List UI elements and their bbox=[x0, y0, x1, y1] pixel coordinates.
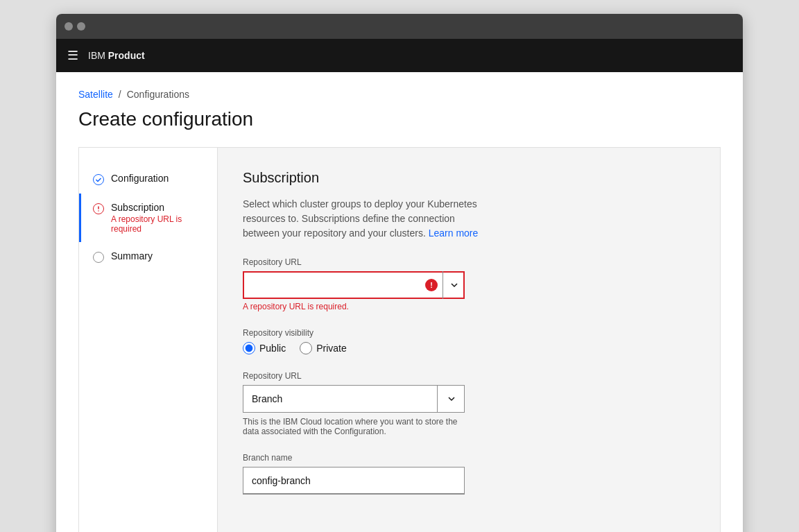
branch-name-label: Branch name bbox=[243, 453, 695, 463]
pending-circle-icon bbox=[93, 252, 104, 263]
browser-dot-2 bbox=[77, 22, 85, 31]
visibility-radio-group: Public Private bbox=[243, 342, 695, 354]
progress-item-subscription[interactable]: Subscription A repository URL is require… bbox=[79, 194, 217, 242]
progress-label-configuration: Configuration bbox=[111, 173, 203, 184]
logo-regular: IBM bbox=[88, 50, 108, 61]
private-radio-input[interactable] bbox=[300, 342, 312, 354]
logo-bold: Product bbox=[108, 50, 145, 61]
private-radio-text: Private bbox=[316, 343, 347, 354]
branch-select-wrapper: Branch bbox=[243, 385, 465, 413]
repository-url-error-message: A repository URL is required. bbox=[243, 302, 695, 311]
repository-url-select-group: Repository URL Branch This is the IBM Cl… bbox=[243, 371, 695, 436]
section-title: Subscription bbox=[243, 170, 695, 186]
progress-label-summary: Summary bbox=[111, 250, 203, 261]
repository-url-icons bbox=[420, 271, 465, 299]
progress-text-summary: Summary bbox=[111, 250, 203, 261]
branch-name-input-wrapper bbox=[243, 467, 465, 495]
progress-item-configuration[interactable]: Configuration bbox=[79, 164, 217, 194]
progress-item-summary[interactable]: Summary bbox=[79, 242, 217, 271]
browser-toolbar bbox=[56, 14, 743, 39]
form-area: Subscription Select which cluster groups… bbox=[218, 148, 720, 532]
branch-name-input[interactable] bbox=[243, 467, 465, 495]
public-radio-input[interactable] bbox=[243, 342, 255, 354]
app-header: ☰ IBM Product bbox=[56, 39, 743, 72]
repository-url-group: Repository URL bbox=[243, 257, 695, 311]
error-icon bbox=[420, 271, 443, 299]
branch-helper-text: This is the IBM Cloud location where you… bbox=[243, 417, 465, 436]
check-circle-icon bbox=[93, 174, 104, 185]
svg-point-0 bbox=[94, 175, 104, 185]
branch-name-group: Branch name bbox=[243, 453, 695, 495]
svg-point-2 bbox=[98, 210, 99, 212]
page-content: Satellite / Configurations Create config… bbox=[56, 72, 743, 532]
public-radio-text: Public bbox=[259, 343, 286, 354]
repository-visibility-label: Repository visibility bbox=[243, 328, 695, 338]
hamburger-icon[interactable]: ☰ bbox=[67, 49, 78, 62]
repository-url-select-label: Repository URL bbox=[243, 371, 695, 381]
description-text: Select which cluster groups to deploy yo… bbox=[243, 197, 479, 241]
repository-url-label: Repository URL bbox=[243, 257, 695, 267]
repository-url-chevron-button[interactable] bbox=[443, 271, 465, 299]
error-dot bbox=[425, 279, 438, 291]
breadcrumb: Satellite / Configurations bbox=[78, 89, 721, 100]
chevron-down-icon bbox=[449, 280, 460, 291]
breadcrumb-satellite-link[interactable]: Satellite bbox=[78, 89, 113, 100]
error-circle-icon bbox=[93, 203, 104, 214]
browser-window: ☰ IBM Product Satellite / Configurations… bbox=[56, 14, 743, 532]
progress-label-subscription: Subscription bbox=[111, 202, 203, 213]
app-logo: IBM Product bbox=[88, 50, 145, 61]
branch-select[interactable]: Branch bbox=[243, 385, 465, 413]
progress-nav: Configuration Subscription A repo bbox=[79, 148, 218, 532]
progress-text-configuration: Configuration bbox=[111, 173, 203, 184]
learn-more-link[interactable]: Learn more bbox=[429, 228, 479, 239]
private-radio-label[interactable]: Private bbox=[300, 342, 347, 354]
breadcrumb-current: Configurations bbox=[127, 89, 189, 100]
wizard-container: Configuration Subscription A repo bbox=[78, 147, 721, 532]
page-title: Create configuration bbox=[78, 108, 721, 130]
progress-text-subscription: Subscription A repository URL is require… bbox=[111, 202, 203, 234]
repository-url-input-wrapper bbox=[243, 271, 465, 299]
repository-visibility-group: Repository visibility Public Private bbox=[243, 328, 695, 354]
breadcrumb-separator: / bbox=[119, 89, 121, 100]
browser-dot-1 bbox=[65, 22, 73, 31]
progress-sublabel-subscription: A repository URL is required bbox=[111, 214, 203, 234]
public-radio-label[interactable]: Public bbox=[243, 342, 286, 354]
